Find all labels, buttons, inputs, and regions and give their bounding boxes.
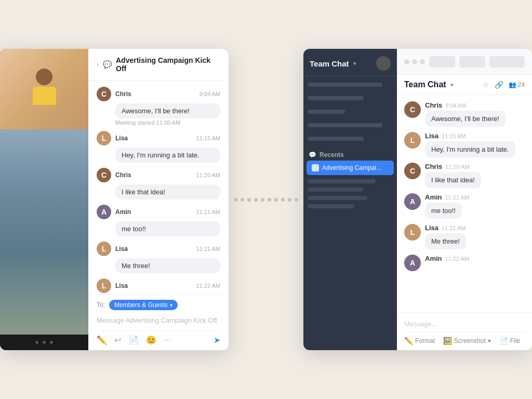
format-icon[interactable]: ✏️ — [97, 335, 107, 345]
members-icon: 👥 — [509, 81, 516, 88]
topbar-bar — [489, 56, 525, 68]
message-input[interactable]: Message Advertising Campaign Kick Off — [97, 314, 220, 326]
active-item-icon — [312, 164, 319, 171]
right-chevron[interactable]: ▾ — [450, 82, 454, 88]
user-avatar — [376, 56, 391, 71]
avatar-initial: C — [404, 163, 421, 179]
right-chat-input: Message... ✏️ Format 🖼️ Screenshot ▾ 📄 F… — [397, 312, 532, 350]
sender-name: Chris — [115, 90, 131, 98]
message-group: L Lisa 11:21 AM Me three! — [97, 242, 220, 273]
avatar: L — [97, 242, 111, 256]
avatar-initial: C — [97, 87, 111, 101]
avatar: L — [97, 278, 111, 293]
connector-dot — [241, 198, 244, 202]
message-header: C Chris 9:04 AM — [97, 87, 220, 101]
message-time: 11:21 AM — [196, 246, 220, 252]
message-input-field[interactable]: Message... — [404, 318, 525, 332]
right-chat-header: Team Chat ▾ ☆ 🔗 👥 24 — [397, 75, 532, 95]
nav-placeholder — [308, 83, 382, 87]
avatar-initial: L — [97, 131, 111, 145]
avatar: A — [404, 255, 421, 271]
message-content: Lisa 11:21 AM Me three! — [425, 224, 525, 249]
message-group: L Lisa 11:22 AM I'm going to go on mute … — [97, 278, 220, 294]
message-header: C Chris 11:20 AM — [97, 168, 220, 182]
sidebar-nav — [303, 76, 397, 147]
active-chat-item[interactable]: Advertising Campaign Kick... — [307, 161, 394, 175]
screenshot-button[interactable]: 🖼️ Screenshot ▾ — [443, 337, 491, 345]
placeholder — [308, 188, 363, 192]
message-bubble: me too!! — [425, 203, 462, 219]
avatar-initial: A — [97, 205, 111, 219]
connector-dot — [295, 198, 298, 202]
connector-dot — [254, 198, 258, 202]
message-meta: Lisa 11:15 AM — [425, 132, 525, 140]
recents-section: 💬 Recents — [303, 147, 397, 161]
placeholder — [308, 179, 376, 183]
avatar-initial: L — [404, 132, 421, 149]
message-group: C Chris 9:04 AM Awesome, I'll be there! … — [97, 87, 220, 126]
avatar: C — [404, 163, 421, 179]
message-time: 11:20 AM — [445, 164, 469, 170]
to-label: To: — [97, 301, 105, 309]
attachment-icon[interactable]: ↩ — [114, 335, 121, 345]
file-button[interactable]: 📄 File — [499, 337, 520, 345]
right-message-item: A Amin 11:21 AM me too!! — [404, 193, 525, 219]
sidebar-chevron[interactable]: ▾ — [353, 60, 356, 67]
message-header: A Amin 11:21 AM — [97, 205, 220, 219]
avatar: A — [404, 193, 421, 210]
person-body — [33, 87, 56, 105]
message-bubble: Hey, I'm running a bit late. — [115, 148, 220, 163]
recipients-row: To: Members & Guests ▾ — [97, 300, 220, 310]
members-count: 👥 24 — [509, 81, 525, 88]
recipients-badge[interactable]: Members & Guests ▾ — [109, 300, 178, 310]
app-container: › 💬 Advertising Campaign Kick Off C Chri… — [0, 0, 532, 399]
nav-placeholder — [308, 96, 364, 100]
chat-icon: 💬 — [103, 60, 112, 69]
format-button[interactable]: ✏️ Format — [404, 337, 435, 345]
send-button[interactable]: ➤ — [214, 335, 220, 345]
star-icon[interactable]: ☆ — [483, 81, 489, 89]
emoji-icon[interactable]: 😊 — [146, 335, 156, 345]
chat-header: › 💬 Advertising Campaign Kick Off — [88, 49, 229, 81]
window-dot — [420, 59, 425, 64]
sidebar-bottom — [303, 175, 397, 212]
recipients-label: Members & Guests — [114, 301, 168, 309]
message-time: 11:21 AM — [442, 225, 466, 231]
more-icon[interactable]: ··· — [164, 336, 170, 345]
message-content: Amin 11:21 AM me too!! — [425, 193, 525, 219]
message-time: 11:22 AM — [196, 283, 220, 289]
sender-name: Chris — [115, 171, 131, 179]
link-icon[interactable]: 🔗 — [495, 81, 503, 89]
chat-footer: To: Members & Guests ▾ Message Advertisi… — [88, 294, 229, 350]
message-group: A Amin 11:21 AM me too!! — [97, 205, 220, 236]
connector-dot — [261, 198, 264, 202]
file-icon[interactable]: 📄 — [128, 335, 139, 345]
sender-name: Lisa — [425, 224, 438, 232]
sender-name: Amin — [425, 255, 442, 262]
members-number: 24 — [518, 81, 525, 88]
avatar-initial: A — [404, 255, 421, 271]
format-icon: ✏️ — [404, 337, 413, 345]
sender-name: Lisa — [115, 245, 128, 252]
message-meta: Chris 11:20 AM — [425, 163, 525, 170]
message-time: 11:15 AM — [442, 133, 466, 139]
sidebar-title: Team Chat — [310, 59, 349, 68]
format-label: Format — [415, 337, 435, 344]
sender-name: Lisa — [115, 282, 128, 289]
avatar-initial: C — [97, 168, 111, 182]
message-header: L Lisa 11:22 AM — [97, 278, 220, 293]
message-content: Lisa 11:15 AM Hey, I'm running a bit lat… — [425, 132, 525, 157]
connector-dot — [247, 198, 251, 202]
right-message-item: L Lisa 11:15 AM Hey, I'm running a bit l… — [404, 132, 525, 157]
message-time: 11:20 AM — [196, 172, 220, 178]
video-control-bar — [0, 335, 88, 350]
system-message: Meeting started 11:00 AM — [115, 119, 220, 126]
nav-placeholder — [308, 123, 382, 127]
avatar-initial: L — [404, 224, 421, 241]
message-bubble: I like that idea! — [115, 184, 220, 200]
avatar: C — [97, 87, 111, 101]
person-head — [36, 69, 52, 85]
avatar-initial: A — [404, 193, 421, 210]
collapse-chevron[interactable]: › — [97, 61, 99, 68]
nav-placeholder — [308, 110, 345, 114]
